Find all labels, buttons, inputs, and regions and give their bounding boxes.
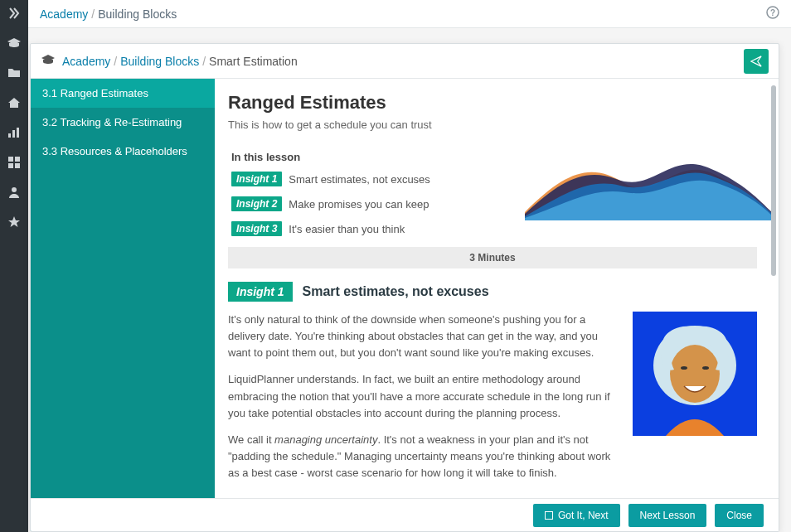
close-button[interactable]: Close	[715, 504, 764, 527]
svg-point-7	[12, 187, 17, 192]
time-estimate: 3 Minutes	[228, 247, 757, 268]
insight-preview-text: It's easier than you think	[289, 223, 405, 235]
top-breadcrumb: Academy / Building Blocks ?	[28, 0, 791, 28]
lesson-modal: Academy / Building Blocks / Smart Estima…	[30, 43, 779, 532]
breadcrumb-academy[interactable]: Academy	[40, 7, 88, 21]
section-1-text: It's only natural to think of the downsi…	[228, 312, 618, 491]
svg-rect-6	[15, 163, 20, 168]
svg-point-14	[702, 366, 709, 370]
svg-point-13	[681, 366, 687, 370]
home-icon[interactable]	[6, 94, 22, 111]
avatar-illustration	[633, 312, 757, 436]
svg-rect-3	[8, 157, 13, 162]
svg-rect-2	[17, 128, 19, 138]
section-1-head: Insight 1 Smart estimates, not excuses	[228, 282, 757, 302]
section-1-p3: We call it managing uncertainty. It's no…	[228, 432, 618, 481]
send-button[interactable]	[744, 49, 769, 74]
section-1-p2: LiquidPlanner understands. In fact, we b…	[228, 371, 618, 421]
lesson-nav: 3.1 Ranged Estimates 3.2 Tracking & Re-E…	[31, 79, 215, 531]
lesson-nav-item-3[interactable]: 3.3 Resources & Placeholders	[31, 137, 215, 166]
section-badge: Insight 1	[228, 282, 293, 302]
checkbox-icon	[545, 511, 553, 520]
modal-footer: Got It, Next Next Lesson Close	[31, 498, 779, 531]
page-subtitle: This is how to get a schedule you can tr…	[228, 118, 757, 131]
got-it-next-button[interactable]: Got It, Next	[533, 504, 620, 527]
svg-point-12	[670, 345, 720, 403]
user-icon[interactable]	[6, 184, 22, 201]
graduation-cap-icon[interactable]	[6, 35, 22, 51]
graduation-cap-icon	[41, 54, 56, 68]
insight-preview-text: Smart estimates, not excuses	[289, 173, 430, 186]
svg-rect-4	[15, 157, 20, 162]
lesson-nav-item-2[interactable]: 3.2 Tracking & Re-Estimating	[31, 108, 215, 137]
grid-icon[interactable]	[6, 154, 22, 171]
modal-crumb-building-blocks[interactable]: Building Blocks	[120, 55, 199, 68]
insight-preview-3: Insight 3 It's easier than you think	[231, 221, 757, 236]
section-title: Smart estimates, not excuses	[303, 284, 489, 299]
insight-badge: Insight 1	[231, 172, 282, 186]
lesson-summary-title: In this lesson	[231, 151, 757, 163]
insight-preview-1: Insight 1 Smart estimates, not excuses	[231, 172, 757, 186]
section-1-body: It's only natural to think of the downsi…	[228, 312, 757, 491]
insight-badge: Insight 2	[231, 196, 282, 211]
modal-crumb-current: Smart Estimation	[209, 55, 298, 68]
scrollbar[interactable]	[771, 85, 776, 276]
svg-rect-1	[12, 130, 15, 138]
star-icon[interactable]	[6, 214, 22, 230]
lesson-summary-box: In this lesson Insight 1 Smart estimates…	[228, 146, 757, 237]
folder-icon[interactable]	[6, 65, 22, 81]
chart-icon[interactable]	[6, 124, 22, 141]
insight-preview-text: Make promises you can keep	[289, 198, 429, 210]
help-icon[interactable]: ?	[766, 6, 779, 22]
app-sidebar	[0, 0, 28, 532]
modal-crumb-academy[interactable]: Academy	[62, 55, 110, 68]
breadcrumb-building-blocks: Building Blocks	[98, 7, 177, 21]
lesson-content[interactable]: Ranged Estimates This is how to get a sc…	[215, 79, 779, 531]
page-title: Ranged Estimates	[228, 92, 757, 114]
insight-badge: Insight 3	[231, 221, 282, 236]
next-lesson-button[interactable]: Next Lesson	[628, 504, 707, 527]
section-1-p1: It's only natural to think of the downsi…	[228, 312, 618, 361]
expand-icon[interactable]	[6, 5, 22, 22]
lesson-nav-item-1[interactable]: 3.1 Ranged Estimates	[31, 79, 215, 108]
insight-preview-2: Insight 2 Make promises you can keep	[231, 196, 757, 211]
svg-rect-0	[8, 133, 11, 138]
svg-text:?: ?	[770, 8, 775, 17]
modal-body: 3.1 Ranged Estimates 3.2 Tracking & Re-E…	[31, 79, 779, 531]
svg-rect-5	[8, 163, 13, 168]
modal-breadcrumb: Academy / Building Blocks / Smart Estima…	[31, 44, 779, 79]
